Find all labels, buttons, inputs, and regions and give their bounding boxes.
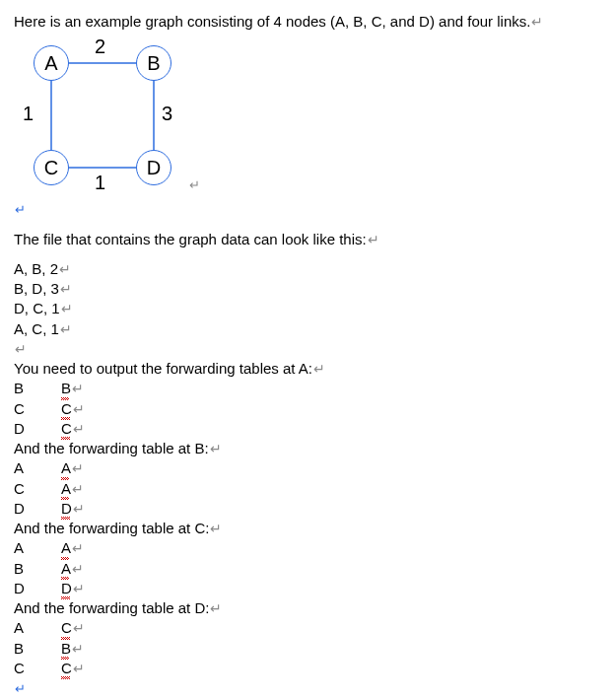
fwd-c-heading: And the forwarding table at C:↵	[14, 519, 602, 538]
blank-line: ↵	[14, 339, 602, 359]
pilcrow-icon: ↵	[72, 581, 85, 596]
table-row: BB↵	[14, 639, 85, 659]
file-line: A, C, 1↵	[14, 319, 602, 339]
fwd-b-heading: And the forwarding table at B:↵	[14, 439, 602, 458]
dest-cell: A	[14, 458, 61, 478]
pilcrow-icon: ↵	[71, 460, 84, 476]
pilcrow-icon: ↵	[209, 600, 222, 616]
intro-paragraph: Here is an example graph consisting of 4…	[14, 12, 602, 32]
table-row: DD↵	[14, 579, 85, 598]
next-hop-text: D	[61, 499, 72, 519]
pilcrow-icon: ↵	[312, 361, 325, 377]
next-hop-text: D	[61, 579, 72, 598]
node-b: B	[136, 45, 171, 81]
file-line: D, C, 1↵	[14, 299, 602, 318]
dest-cell: B	[14, 639, 61, 659]
pilcrow-icon: ↵	[72, 401, 85, 417]
table-row: CC↵	[14, 399, 85, 419]
dest-cell: D	[14, 499, 61, 519]
pilcrow-icon: ↵	[71, 561, 84, 577]
file-line-text: A, B, 2	[14, 260, 58, 277]
table-row: BA↵	[14, 559, 85, 579]
next-cell: A↵	[61, 538, 85, 558]
next-cell: C↵	[61, 618, 85, 638]
file-intro-text: The file that contains the graph data ca…	[14, 231, 367, 247]
table-row: CC↵	[14, 659, 85, 678]
pilcrow-icon: ↵	[71, 381, 84, 396]
next-cell: C↵	[61, 419, 85, 439]
node-d: D	[136, 150, 171, 185]
pilcrow-icon: ↵	[209, 441, 222, 456]
fwd-b-heading-text: And the forwarding table at B:	[14, 440, 209, 456]
file-line: A, B, 2↵	[14, 259, 602, 279]
intro-text: Here is an example graph consisting of 4…	[14, 13, 530, 30]
dest-cell: A	[14, 618, 61, 638]
pilcrow-icon: ↵	[58, 261, 71, 277]
next-hop-text: A	[61, 559, 71, 579]
table-row: DC↵	[14, 419, 85, 439]
pilcrow-icon: ↵	[530, 14, 543, 30]
dest-cell: C	[14, 399, 61, 419]
forwarding-table-d: AC↵ BB↵ CC↵	[14, 618, 85, 678]
next-hop-text: B	[61, 639, 71, 659]
table-row: AA↵	[14, 458, 85, 478]
pilcrow-icon: ↵	[14, 341, 27, 357]
next-cell: C↵	[61, 399, 85, 419]
next-cell: D↵	[61, 579, 85, 598]
pilcrow-icon: ↵	[71, 641, 84, 657]
pilcrow-icon: ↵	[72, 501, 85, 517]
pilcrow-icon: ↵	[72, 421, 85, 437]
dest-cell: C	[14, 479, 61, 499]
pilcrow-icon: ↵	[14, 202, 26, 217]
file-line-text: D, C, 1	[14, 300, 60, 316]
edge-label-ab: 2	[95, 35, 105, 58]
forwarding-table-a: BB↵ CC↵ DC↵	[14, 379, 85, 439]
pilcrow-icon: ↵	[72, 620, 85, 636]
next-hop-text: C	[61, 618, 72, 638]
edge-label-cd: 1	[95, 172, 105, 194]
graph-diagram: A B C D 2 1 3 1 ↵	[14, 39, 211, 197]
pilcrow-icon: ↵	[71, 540, 84, 556]
next-hop-text: A	[61, 458, 71, 478]
pilcrow-icon: ↵	[367, 232, 379, 247]
next-cell: C↵	[61, 659, 85, 678]
dest-cell: D	[14, 419, 61, 439]
fwd-a-heading: You need to output the forwarding tables…	[14, 359, 602, 379]
next-hop-text: A	[61, 479, 71, 499]
table-row: AC↵	[14, 618, 85, 638]
table-row: DD↵	[14, 499, 85, 519]
next-hop-text: B	[61, 379, 71, 398]
fwd-c-heading-text: And the forwarding table at C:	[14, 520, 209, 536]
pilcrow-icon: ↵	[60, 301, 73, 316]
next-cell: A↵	[61, 458, 85, 478]
edge-label-bd: 3	[162, 103, 172, 125]
dest-cell: C	[14, 659, 61, 678]
fwd-a-heading-text: You need to output the forwarding tables…	[14, 360, 312, 377]
file-line-text: A, C, 1	[14, 320, 59, 337]
forwarding-table-b: AA↵ CA↵ DD↵	[14, 458, 85, 519]
node-a: A	[34, 45, 69, 81]
next-cell: A↵	[61, 559, 85, 579]
pilcrow-icon: ↵	[72, 661, 85, 676]
table-row: BB↵	[14, 379, 85, 398]
table-row: CA↵	[14, 479, 85, 499]
file-line-text: B, D, 3	[14, 280, 59, 297]
dest-cell: D	[14, 579, 61, 598]
next-cell: D↵	[61, 499, 85, 519]
pilcrow-icon: ↵	[14, 681, 26, 696]
next-cell: B↵	[61, 379, 85, 398]
next-hop-text: C	[61, 659, 72, 678]
node-c: C	[34, 150, 69, 185]
blank-line: ↵	[14, 678, 602, 698]
pilcrow-icon: ↵	[59, 321, 72, 337]
next-hop-text: C	[61, 399, 72, 419]
table-row: AA↵	[14, 538, 85, 558]
blank-line: ↵	[14, 199, 602, 219]
next-hop-text: A	[61, 538, 71, 558]
next-cell: B↵	[61, 639, 85, 659]
pilcrow-icon: ↵	[59, 281, 72, 297]
file-intro-paragraph: The file that contains the graph data ca…	[14, 230, 602, 249]
dest-cell: A	[14, 538, 61, 558]
fwd-d-heading: And the forwarding table at D:↵	[14, 598, 602, 618]
forwarding-table-c: AA↵ BA↵ DD↵	[14, 538, 85, 598]
